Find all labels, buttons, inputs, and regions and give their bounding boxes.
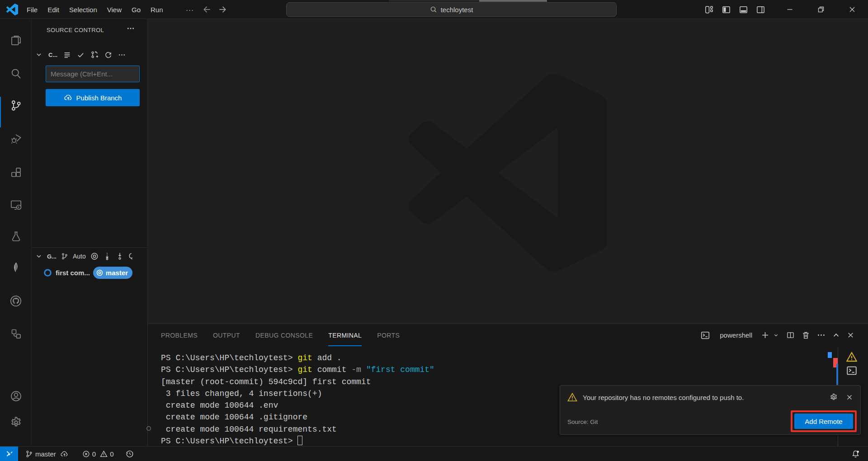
testing-icon[interactable] xyxy=(0,223,32,249)
toggle-primary-sidebar-icon[interactable] xyxy=(722,5,731,14)
history-icon xyxy=(126,450,134,458)
close-window-button[interactable] xyxy=(836,0,868,19)
tab-terminal[interactable]: TERMINAL xyxy=(328,324,362,346)
graph-section-label[interactable]: G... xyxy=(47,253,57,260)
accounts-icon[interactable] xyxy=(0,383,32,409)
notification-toast: Your repository has no remotes configure… xyxy=(560,385,861,435)
window-controls xyxy=(774,0,868,19)
scm-section-header: C... xyxy=(35,49,146,61)
layout-controls xyxy=(704,0,765,19)
commit-node-icon xyxy=(43,268,52,277)
warning-triangle-icon xyxy=(100,450,108,458)
cloud-upload-icon xyxy=(64,93,73,102)
menu-more-button[interactable]: ··· xyxy=(181,0,199,19)
branch-badge[interactable]: master xyxy=(93,267,132,279)
graph-commit-row[interactable]: first com... master xyxy=(32,266,148,279)
restore-button[interactable] xyxy=(805,0,836,19)
terminal-cursor xyxy=(297,436,302,445)
terminal-line: PS C:\Users\HP\techloytest> git add . xyxy=(161,352,830,364)
references-icon[interactable] xyxy=(0,320,32,347)
command-decoration-icon xyxy=(146,426,151,431)
menu-view[interactable]: View xyxy=(102,0,127,19)
publish-branch-label: Publish Branch xyxy=(76,94,122,102)
commit-message-label: first com... xyxy=(56,269,90,277)
target-icon[interactable] xyxy=(90,252,99,260)
publish-cloud-icon xyxy=(60,450,69,458)
menu-edit[interactable]: Edit xyxy=(42,0,64,19)
terminal-dropdown-icon[interactable] xyxy=(773,332,779,339)
panel-more-icon[interactable] xyxy=(817,331,826,339)
git-push-icon-clipped[interactable] xyxy=(128,252,137,260)
terminal-icon xyxy=(700,330,710,340)
tab-ports[interactable]: PORTS xyxy=(377,324,400,346)
branch-name-label: master xyxy=(35,450,56,458)
warning-triangle-icon[interactable] xyxy=(846,351,858,363)
close-panel-icon[interactable] xyxy=(847,331,854,339)
extensions-icon[interactable] xyxy=(0,159,32,185)
toggle-secondary-sidebar-icon[interactable] xyxy=(756,5,765,14)
settings-gear-icon[interactable] xyxy=(0,409,32,435)
red-highlight-annotation: Add Remote xyxy=(791,410,857,432)
git-pull-icon[interactable] xyxy=(116,252,124,260)
customize-layout-icon[interactable] xyxy=(704,5,714,14)
tab-debug-console[interactable]: DEBUG CONSOLE xyxy=(255,324,313,346)
split-terminal-icon[interactable] xyxy=(786,331,795,339)
remote-explorer-icon[interactable] xyxy=(0,192,32,218)
menu-go[interactable]: Go xyxy=(127,0,146,19)
history-status-item[interactable] xyxy=(122,447,137,461)
problems-status-item[interactable]: 0 0 xyxy=(79,447,118,461)
git-fetch-icon[interactable] xyxy=(103,252,111,260)
panel-actions: powershell xyxy=(700,324,854,346)
sidebar-more-icon[interactable] xyxy=(127,24,135,33)
notification-gear-icon[interactable] xyxy=(830,393,838,401)
refresh-icon[interactable] xyxy=(104,51,112,59)
chevron-down-icon[interactable] xyxy=(35,253,42,260)
terminal-line: PS C:\Users\HP\techloytest> xyxy=(161,435,830,447)
command-center-search[interactable]: techloytest xyxy=(286,2,617,17)
minimize-button[interactable] xyxy=(774,0,805,19)
notifications-bell[interactable] xyxy=(848,447,868,461)
source-control-icon[interactable] xyxy=(0,92,32,118)
nav-back-icon[interactable] xyxy=(202,5,212,14)
terminal-instance-label[interactable]: powershell xyxy=(720,331,752,339)
branch-badge-label: master xyxy=(106,269,128,277)
graph-auto-label[interactable]: Auto xyxy=(73,253,86,260)
nav-forward-icon[interactable] xyxy=(217,5,227,14)
branch-status-item[interactable]: master xyxy=(22,447,72,461)
menu-run[interactable]: Run xyxy=(146,0,168,19)
git-branch-icon xyxy=(25,450,33,458)
panel-tabs: PROBLEMSOUTPUTDEBUG CONSOLETERMINALPORTS xyxy=(161,324,400,346)
editor-area xyxy=(148,19,868,324)
commit-message-input[interactable] xyxy=(46,66,140,82)
menu-file[interactable]: File xyxy=(22,0,42,19)
powershell-tab-icon[interactable] xyxy=(846,365,858,376)
notification-close-icon[interactable] xyxy=(846,394,853,401)
create-pull-request-icon[interactable] xyxy=(90,51,99,59)
menu-selection[interactable]: Selection xyxy=(64,0,102,19)
target-icon xyxy=(96,269,104,277)
scm-more-icon[interactable] xyxy=(118,51,126,59)
status-bar: master 0 0 xyxy=(0,446,868,461)
run-and-debug-icon[interactable] xyxy=(0,125,32,151)
view-as-list-icon[interactable] xyxy=(63,51,71,59)
tab-output[interactable]: OUTPUT xyxy=(213,324,240,346)
mongodb-icon[interactable] xyxy=(0,254,32,280)
warning-triangle-icon xyxy=(567,392,577,402)
search-view-icon[interactable] xyxy=(0,61,32,87)
kill-terminal-icon[interactable] xyxy=(802,331,810,339)
remote-indicator[interactable] xyxy=(0,447,18,461)
scm-section-label[interactable]: C... xyxy=(48,52,57,58)
commit-check-icon[interactable] xyxy=(77,51,85,59)
vscode-watermark-logo xyxy=(408,73,607,272)
warning-count: 0 xyxy=(110,450,113,458)
section-divider xyxy=(32,247,148,248)
new-terminal-icon[interactable] xyxy=(761,331,769,339)
tab-problems[interactable]: PROBLEMS xyxy=(161,324,198,346)
chevron-down-icon[interactable] xyxy=(35,51,42,58)
maximize-panel-icon[interactable] xyxy=(832,331,840,339)
github-icon[interactable] xyxy=(0,288,32,314)
toggle-panel-icon[interactable] xyxy=(739,5,748,14)
explorer-icon[interactable] xyxy=(0,27,32,53)
add-remote-button[interactable]: Add Remote xyxy=(794,414,853,429)
publish-branch-button[interactable]: Publish Branch xyxy=(46,89,140,106)
